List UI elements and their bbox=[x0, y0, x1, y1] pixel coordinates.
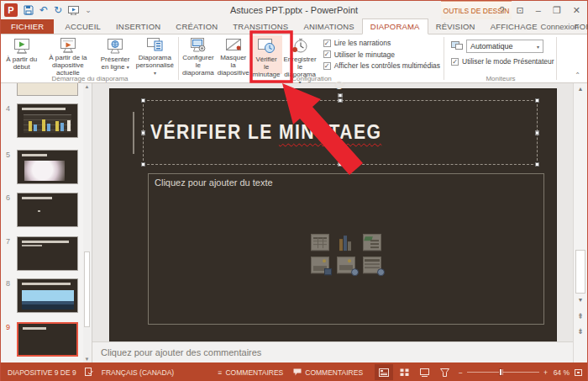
slide-number: 9 bbox=[6, 322, 17, 357]
minimize-icon[interactable]: – bbox=[536, 5, 541, 15]
thumbnail-slide-8[interactable] bbox=[17, 278, 78, 313]
zoom-out-icon[interactable]: − bbox=[459, 368, 463, 377]
window-controls: ? ⊡ – ❐ ✕ bbox=[499, 1, 585, 19]
ribbon-options-icon[interactable]: ⊡ bbox=[517, 5, 524, 16]
tab-creation[interactable]: CRÉATION bbox=[168, 19, 225, 34]
normal-view-button[interactable] bbox=[375, 364, 393, 380]
insert-video-icon[interactable] bbox=[363, 257, 381, 273]
zoom-slider[interactable] bbox=[467, 372, 539, 373]
slideshow-view-button[interactable] bbox=[435, 364, 454, 380]
checkbox-lire-les-narrations[interactable]: ✓ Lire les narrations bbox=[323, 39, 440, 47]
tab-animations[interactable]: ANIMATIONS bbox=[296, 19, 361, 34]
rehearse-timings-button[interactable]: Vérifier le minutage bbox=[251, 35, 282, 74]
restore-icon[interactable]: ❐ bbox=[553, 5, 561, 16]
selection-handle[interactable] bbox=[535, 130, 539, 135]
selection-handle[interactable] bbox=[339, 98, 343, 103]
rehearse-timings-icon bbox=[255, 37, 277, 56]
content-placeholder-icons bbox=[311, 234, 381, 273]
language-status[interactable]: FRANÇAIS (CANADA) bbox=[102, 368, 174, 377]
view-switcher bbox=[375, 364, 454, 380]
thumbnail-row: 8 bbox=[6, 278, 78, 313]
collapse-ribbon-icon[interactable]: ⌃ bbox=[575, 71, 580, 79]
slide-number: 8 bbox=[6, 278, 17, 313]
checkbox-mode-presentateur[interactable]: ✓ Utiliser le mode Présentateur bbox=[451, 57, 554, 66]
ribbon-tabs: FICHIER ACCUEIL INSERTION CRÉATION TRANS… bbox=[1, 19, 587, 34]
sign-in-link[interactable]: Connexion bbox=[541, 22, 579, 31]
insert-picture-icon[interactable] bbox=[311, 257, 329, 273]
thumbnail-slide-7[interactable] bbox=[17, 236, 78, 271]
scroll-down-icon[interactable]: ▼ bbox=[574, 297, 587, 303]
selection-handle[interactable] bbox=[141, 98, 145, 103]
notes-toggle-button[interactable]: ≡ COMMENTAIRES bbox=[213, 362, 289, 381]
hide-slide-button[interactable]: Masquer la diapositive bbox=[216, 35, 251, 74]
monitor-play-icon bbox=[12, 37, 32, 56]
help-icon[interactable]: ? bbox=[499, 5, 504, 15]
scroll-up-icon[interactable]: ▲ bbox=[83, 84, 91, 89]
reading-view-button[interactable] bbox=[415, 364, 433, 380]
custom-slideshow-button[interactable]: Diaporama personnalisé ▾ bbox=[133, 35, 177, 74]
thumbnail-slide-9-selected[interactable] bbox=[17, 322, 78, 357]
rotate-handle-icon[interactable]: ⟳ bbox=[334, 77, 345, 93]
notes-pane[interactable]: Cliquez pour ajouter des commentaires bbox=[92, 341, 587, 362]
present-online-button[interactable]: Présenter en ligne ▾ bbox=[97, 35, 132, 74]
button-label: À partir du début bbox=[4, 56, 39, 71]
thumbnail-slide-6[interactable] bbox=[17, 193, 78, 227]
slide-canvas[interactable]: ⟳ VÉRIFIER LE MINUTAEG Cliquez pour ajou… bbox=[110, 89, 556, 341]
slide-number: 4 bbox=[6, 103, 17, 138]
record-slideshow-button[interactable]: Enregistrer le diaporama ▾ bbox=[282, 35, 318, 74]
scrollbar-thumb[interactable] bbox=[575, 250, 585, 294]
group-label: Démarrage du diaporama bbox=[1, 75, 179, 82]
slide-title[interactable]: VÉRIFIER LE MINUTAEG bbox=[150, 121, 381, 144]
thumbnail-slide-3[interactable] bbox=[17, 83, 78, 96]
zoom-slider-thumb[interactable] bbox=[499, 368, 502, 376]
button-label: Masquer la diapositive bbox=[218, 55, 249, 77]
button-label: Configurer le diaporama bbox=[182, 55, 214, 77]
tab-insertion[interactable]: INSERTION bbox=[108, 19, 168, 34]
main-scrollbar[interactable]: ▲ ▼ ⇞ ⇟ bbox=[573, 83, 587, 362]
setup-slideshow-button[interactable]: Configurer le diaporama bbox=[181, 35, 216, 74]
tab-fichier[interactable]: FICHIER bbox=[1, 19, 54, 34]
monitor-combo[interactable]: Automatique▾ bbox=[451, 40, 554, 53]
slide-count-status[interactable]: DIAPOSITIVE 9 DE 9 bbox=[8, 368, 76, 377]
selection-handle[interactable] bbox=[339, 93, 343, 98]
checkbox-icon: ✓ bbox=[323, 50, 331, 58]
thumbnail-slide-5[interactable] bbox=[17, 150, 78, 184]
selection-handle[interactable] bbox=[535, 98, 539, 103]
content-placeholder[interactable]: Cliquez pour ajouter du texte bbox=[148, 173, 544, 325]
insert-online-picture-icon[interactable] bbox=[337, 257, 355, 273]
content-placeholder-text: Cliquez pour ajouter du texte bbox=[155, 177, 273, 188]
selection-handle[interactable] bbox=[535, 162, 539, 167]
close-icon[interactable]: ✕ bbox=[573, 5, 580, 16]
insert-smartart-icon[interactable] bbox=[363, 234, 381, 251]
scroll-down-icon[interactable]: ▼ bbox=[83, 357, 91, 362]
comments-toggle-button[interactable]: COMMENTAIRES bbox=[288, 362, 368, 381]
scrollbar-thumb[interactable] bbox=[84, 251, 90, 327]
selection-handle[interactable] bbox=[141, 130, 145, 135]
from-beginning-button[interactable]: À partir du début bbox=[3, 35, 40, 74]
insert-table-icon[interactable] bbox=[311, 234, 329, 251]
record-slideshow-icon bbox=[290, 37, 310, 56]
spellcheck-icon[interactable] bbox=[85, 368, 93, 377]
dropdown-arrow-icon: ▾ bbox=[127, 65, 129, 70]
monitor-custom-icon bbox=[144, 37, 165, 54]
slide-sorter-view-button[interactable] bbox=[395, 364, 413, 380]
tab-transitions[interactable]: TRANSITIONS bbox=[225, 19, 296, 34]
previous-slide-icon[interactable]: ⇞ bbox=[574, 312, 587, 320]
insert-chart-icon[interactable] bbox=[337, 234, 355, 251]
thumbnail-scrollbar[interactable]: ▲ ▼ bbox=[83, 83, 91, 362]
tab-diaporama[interactable]: DIAPORAMA bbox=[362, 19, 428, 34]
zoom-level[interactable]: 64 % bbox=[548, 368, 570, 377]
selection-handle[interactable] bbox=[339, 162, 343, 167]
slide-thumbnail-panel: 4 5 bbox=[1, 83, 92, 362]
selection-handle[interactable] bbox=[141, 162, 145, 167]
tab-affichage[interactable]: AFFICHAGE bbox=[483, 19, 545, 34]
from-current-slide-button[interactable]: À partir de la diapositive actuelle bbox=[40, 35, 95, 74]
fit-slide-to-window-icon[interactable] bbox=[575, 369, 582, 376]
thumbnail-slide-4[interactable] bbox=[17, 103, 78, 138]
tab-accueil[interactable]: ACCUEIL bbox=[57, 19, 108, 34]
checkbox-afficher-controles-multimedias[interactable]: ✓ Afficher les contrôles multimédias bbox=[323, 61, 440, 70]
next-slide-icon[interactable]: ⇟ bbox=[574, 327, 587, 336]
checkbox-utiliser-le-minutage[interactable]: ✓ Utiliser le minutage bbox=[323, 50, 440, 59]
scroll-up-icon[interactable]: ▲ bbox=[574, 86, 587, 92]
tab-revision[interactable]: RÉVISION bbox=[428, 19, 483, 34]
